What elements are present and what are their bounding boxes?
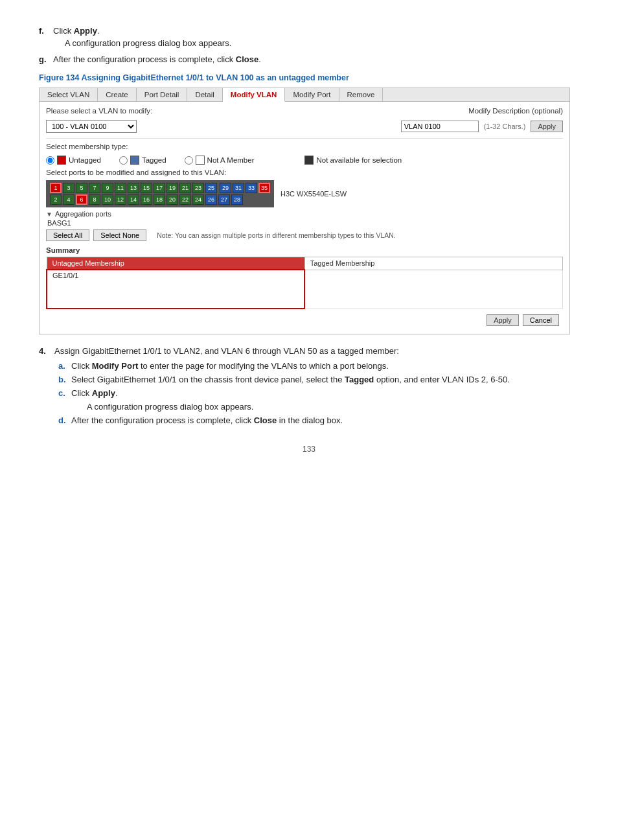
ports-grid: 1 3 5 7 9 11 13 15 17 19 21 23 25 29 bbox=[46, 180, 274, 207]
sub-step-a: a. Click Modify Port to enter the page f… bbox=[39, 361, 579, 371]
port-15[interactable]: 15 bbox=[141, 183, 152, 193]
tagged-header: Tagged Membership bbox=[304, 257, 562, 270]
port-26[interactable]: 26 bbox=[205, 194, 217, 205]
apply-desc-button[interactable]: Apply bbox=[531, 121, 563, 132]
port-12[interactable]: 12 bbox=[115, 194, 126, 205]
port-1[interactable]: 1 bbox=[50, 183, 62, 193]
ports-row-top: 1 3 5 7 9 11 13 15 17 19 21 23 25 29 bbox=[50, 183, 270, 193]
sub-step-b: b. Select GigabitEthernet 1/0/1 on the c… bbox=[39, 375, 579, 384]
step-f-text: Click Apply. bbox=[53, 26, 100, 36]
tab-select-vlan[interactable]: Select VLAN bbox=[40, 88, 98, 101]
step-g-letter: g. bbox=[39, 54, 51, 64]
step-d-letter: d. bbox=[58, 415, 67, 425]
page-number: 133 bbox=[39, 445, 579, 454]
step-d-bold: Close bbox=[254, 415, 277, 425]
port-4[interactable]: 4 bbox=[63, 194, 74, 205]
aggregation-label: ▼ Aggregation ports bbox=[46, 210, 563, 218]
port-27[interactable]: 27 bbox=[218, 194, 230, 205]
step-g-text: After the configuration process is compl… bbox=[53, 54, 261, 64]
step-4-num: 4. bbox=[39, 346, 49, 356]
port-19[interactable]: 19 bbox=[166, 183, 178, 193]
port-3[interactable]: 3 bbox=[63, 183, 74, 193]
port-11[interactable]: 11 bbox=[115, 183, 126, 193]
untagged-color-box bbox=[57, 156, 66, 165]
radio-not-member[interactable]: Not A Member bbox=[185, 156, 255, 165]
port-7[interactable]: 7 bbox=[89, 183, 100, 193]
select-buttons-row: Select All Select None Note: You can ass… bbox=[46, 229, 563, 241]
port-2[interactable]: 2 bbox=[50, 194, 62, 205]
untagged-cell: GE1/0/1 bbox=[47, 270, 304, 309]
summary-table: Untagged Membership Tagged Membership GE… bbox=[46, 257, 563, 309]
ports-row-bottom: 2 4 6 8 10 12 14 16 18 20 22 24 26 27 bbox=[50, 194, 270, 205]
vlan-select-label: Please select a VLAN to modify: bbox=[46, 107, 152, 115]
port-33[interactable]: 33 bbox=[246, 183, 257, 193]
port-16[interactable]: 16 bbox=[141, 194, 152, 205]
port-31[interactable]: 31 bbox=[233, 183, 244, 193]
chars-hint: (1-32 Chars.) bbox=[484, 122, 526, 130]
radio-tagged[interactable]: Tagged bbox=[119, 156, 166, 165]
vlan-panel: Select VLAN Create Port Detail Detail Mo… bbox=[39, 88, 570, 334]
port-13[interactable]: 13 bbox=[128, 183, 139, 193]
tab-detail[interactable]: Detail bbox=[187, 88, 222, 101]
port-9[interactable]: 9 bbox=[102, 183, 113, 193]
vlan-desc-input[interactable] bbox=[401, 121, 479, 132]
select-all-button[interactable]: Select All bbox=[46, 229, 89, 241]
tab-port-detail[interactable]: Port Detail bbox=[137, 88, 188, 101]
port-10[interactable]: 10 bbox=[102, 194, 113, 205]
cancel-button[interactable]: Cancel bbox=[523, 314, 559, 326]
port-6[interactable]: 6 bbox=[76, 194, 87, 205]
sub-step-c: c. Click Apply. bbox=[39, 388, 579, 398]
tab-modify-port[interactable]: Modify Port bbox=[285, 88, 339, 101]
summary-title: Summary bbox=[46, 246, 563, 254]
step-g-bold: Close bbox=[236, 54, 258, 64]
port-14[interactable]: 14 bbox=[128, 194, 139, 205]
step-c-letter: c. bbox=[58, 388, 67, 398]
step-4: 4. Assign GigabitEthernet 1/0/1 to VLAN2… bbox=[39, 346, 579, 356]
step-a-content: Click Modify Port to enter the page for … bbox=[71, 361, 579, 371]
not-available-indicator: Not available for selection bbox=[304, 156, 402, 165]
step-b-content: Select GigabitEthernet 1/0/1 on the chas… bbox=[71, 375, 579, 384]
basg-label: BASG1 bbox=[46, 219, 563, 227]
step-c-bold: Apply bbox=[92, 388, 115, 398]
tab-remove[interactable]: Remove bbox=[339, 88, 383, 101]
radio-untagged[interactable]: Untagged bbox=[46, 156, 101, 165]
port-22[interactable]: 22 bbox=[179, 194, 191, 205]
figure-title: Figure 134 Assigning GigabitEthernet 1/0… bbox=[39, 73, 579, 82]
port-23[interactable]: 23 bbox=[192, 183, 204, 193]
triangle-icon: ▼ bbox=[46, 211, 52, 218]
step-c-subtext: A configuration progress dialog box appe… bbox=[39, 402, 579, 412]
port-24[interactable]: 24 bbox=[192, 194, 204, 205]
tab-modify-vlan[interactable]: Modify VLAN bbox=[223, 88, 286, 102]
step-f-bold: Apply bbox=[74, 26, 97, 36]
tagged-color-box bbox=[130, 156, 139, 165]
not-member-label: Not A Member bbox=[207, 156, 255, 164]
device-name-label: H3C WX5540E-LSW bbox=[280, 190, 347, 198]
step-4-text: Assign GigabitEthernet 1/0/1 to VLAN2, a… bbox=[54, 346, 579, 356]
tab-create[interactable]: Create bbox=[98, 88, 137, 101]
step-b-bold: Tagged bbox=[345, 375, 374, 384]
port-21[interactable]: 21 bbox=[179, 183, 191, 193]
step-d-content: After the configuration process is compl… bbox=[71, 415, 579, 425]
port-29[interactable]: 29 bbox=[220, 183, 231, 193]
port-8[interactable]: 8 bbox=[89, 194, 100, 205]
ports-label: Select ports to be modified and assigned… bbox=[46, 169, 563, 176]
step-f-letter: f. bbox=[39, 26, 51, 36]
port-20[interactable]: 20 bbox=[166, 194, 178, 205]
step-b-letter: b. bbox=[58, 375, 67, 384]
port-28[interactable]: 28 bbox=[231, 194, 243, 205]
port-35[interactable]: 35 bbox=[258, 183, 270, 193]
vlan-tabs: Select VLAN Create Port Detail Detail Mo… bbox=[40, 88, 569, 102]
select-none-button[interactable]: Select None bbox=[93, 229, 146, 241]
tagged-cell bbox=[304, 270, 562, 309]
port-5[interactable]: 5 bbox=[76, 183, 87, 193]
port-18[interactable]: 18 bbox=[154, 194, 165, 205]
step-f-subtext: A configuration progress dialog box appe… bbox=[65, 38, 231, 48]
port-17[interactable]: 17 bbox=[154, 183, 165, 193]
untagged-label: Untagged bbox=[69, 156, 101, 164]
vlan-select-dropdown[interactable]: 100 - VLAN 0100 bbox=[46, 120, 137, 133]
not-member-color-box bbox=[196, 156, 205, 165]
port-25[interactable]: 25 bbox=[205, 183, 217, 193]
step-a-letter: a. bbox=[58, 361, 67, 371]
sub-step-d: d. After the configuration process is co… bbox=[39, 415, 579, 425]
apply-button[interactable]: Apply bbox=[486, 314, 519, 326]
